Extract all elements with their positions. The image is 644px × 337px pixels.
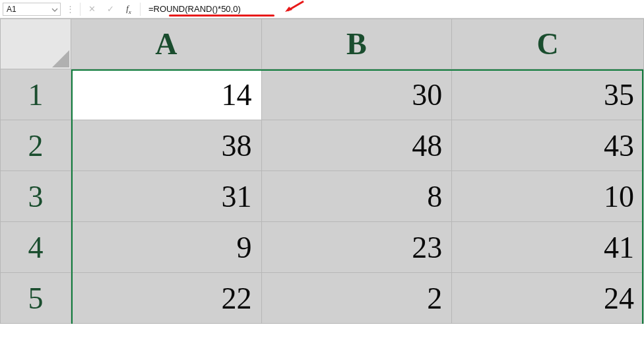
select-all-corner[interactable] [1,19,71,69]
cell-value: 22 [222,281,252,315]
cell-a2[interactable]: 38 [71,120,261,171]
separator [140,3,141,16]
column-label: A [155,27,177,61]
formula-bar: A1 ⋮ ✕ ✓ fx [0,0,644,19]
name-box-value: A1 [7,5,16,14]
cell-value: 30 [412,78,442,112]
cell-a4[interactable]: 9 [71,222,261,273]
row-label: 3 [28,180,43,213]
cancel-icon: ✕ [88,4,96,14]
row-label: 2 [28,129,43,163]
cell-b2[interactable]: 48 [261,120,452,171]
separator [80,3,80,16]
cell-value: 24 [604,281,634,315]
name-box[interactable]: A1 [3,3,61,16]
cell-value: 8 [427,180,442,213]
cell-a1[interactable]: 14 [71,69,261,120]
check-icon: ✓ [107,4,114,14]
cell-value: 38 [222,129,252,163]
cell-b1[interactable]: 30 [261,69,452,120]
fx-label: fx [126,3,131,15]
enter-button[interactable]: ✓ [103,2,117,17]
cell-b4[interactable]: 23 [261,222,452,273]
cell-c2[interactable]: 43 [452,120,644,171]
column-header-c[interactable]: C [452,19,644,69]
row-label: 1 [28,78,43,112]
chevron-down-icon[interactable] [51,6,58,15]
cell-value: 48 [412,129,442,163]
cell-value: 14 [222,78,252,112]
cell-a5[interactable]: 22 [71,273,261,324]
cell-value: 31 [222,180,252,213]
annotation-underline [169,15,274,17]
cell-value: 43 [604,129,634,163]
cell-c3[interactable]: 10 [452,171,644,222]
cell-b3[interactable]: 8 [261,171,452,222]
row-header-5[interactable]: 5 [1,273,71,324]
cell-value: 23 [412,231,442,264]
vertical-dots-icon[interactable]: ⋮ [65,4,76,14]
spreadsheet: A B C 1 14 30 35 2 38 48 43 3 31 8 10 4 … [0,19,644,324]
cell-a3[interactable]: 31 [71,171,261,222]
cell-c4[interactable]: 41 [452,222,644,273]
cell-b5[interactable]: 2 [261,273,452,324]
column-label: B [346,27,367,61]
cell-value: 41 [604,231,634,264]
cell-c1[interactable]: 35 [452,69,644,120]
row-header-3[interactable]: 3 [1,171,71,222]
column-label: C [537,27,559,61]
cancel-button[interactable]: ✕ [84,2,99,17]
cell-c5[interactable]: 24 [452,273,644,324]
cell-value: 9 [237,231,252,264]
grid[interactable]: A B C 1 14 30 35 2 38 48 43 3 31 8 10 4 … [0,19,644,324]
column-header-a[interactable]: A [71,19,261,69]
cell-value: 35 [604,78,634,112]
row-header-2[interactable]: 2 [1,120,71,171]
row-label: 4 [28,231,43,264]
cell-value: 2 [427,281,442,315]
row-label: 5 [28,281,43,315]
row-header-1[interactable]: 1 [1,69,71,120]
cell-value: 10 [604,180,634,213]
row-header-4[interactable]: 4 [1,222,71,273]
fx-button[interactable]: fx [121,2,136,17]
column-header-b[interactable]: B [261,19,452,69]
